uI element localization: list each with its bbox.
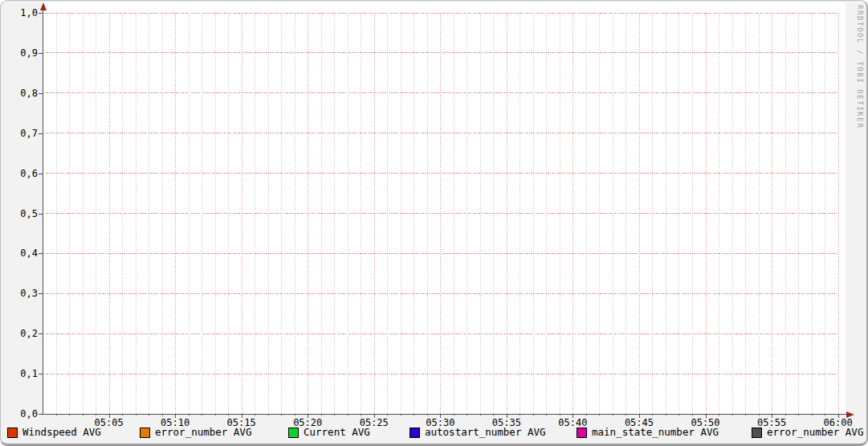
- x-axis-tick-minor: [546, 415, 547, 416]
- grid-line-vertical-minor: [759, 13, 760, 414]
- grid-line-vertical-minor: [679, 13, 679, 414]
- x-axis-tick-minor: [467, 415, 467, 416]
- y-axis-label: 0,2: [1, 328, 38, 339]
- x-axis-tick-minor: [122, 415, 123, 416]
- x-axis-tick-minor: [56, 415, 57, 416]
- grid-line-vertical-minor: [732, 13, 733, 414]
- grid-line-vertical-minor: [626, 13, 626, 414]
- grid-line-vertical-minor: [613, 13, 613, 414]
- grid-line-vertical-minor: [228, 13, 229, 414]
- x-axis-tick-minor: [334, 415, 335, 416]
- legend-swatch: [410, 428, 420, 438]
- grid-line-vertical-minor: [215, 13, 216, 414]
- grid-line-vertical-minor: [189, 13, 189, 414]
- legend-swatch: [140, 428, 150, 438]
- legend-label: autostart_number AVG: [425, 427, 546, 438]
- legend-item: error_number AVG: [140, 427, 251, 438]
- x-axis-tick-minor: [785, 415, 786, 416]
- grid-line-vertical-minor: [387, 13, 388, 414]
- grid-line-vertical-major: [109, 13, 110, 414]
- x-axis-tick-minor: [626, 415, 626, 416]
- grid-line-vertical-minor: [493, 13, 494, 414]
- legend-label: Current AVG: [304, 427, 370, 438]
- legend-label: error_number AVG: [767, 427, 863, 438]
- x-axis-tick-minor: [69, 415, 70, 416]
- grid-line-vertical-minor: [454, 13, 454, 414]
- grid-line-vertical-minor: [692, 13, 693, 414]
- x-axis-tick-minor: [812, 415, 813, 416]
- grid-line-vertical-minor: [745, 13, 746, 414]
- x-axis-tick-minor: [268, 415, 269, 416]
- x-axis-tick-minor: [745, 415, 746, 416]
- grid-line-vertical-major: [573, 13, 573, 414]
- x-axis-tick-minor: [228, 415, 229, 416]
- grid-line-vertical-minor: [149, 13, 149, 414]
- grid-line-vertical-minor: [533, 13, 534, 414]
- x-axis-tick-minor: [732, 415, 733, 416]
- grid-line-vertical-minor: [361, 13, 361, 414]
- grid-line-vertical-minor: [281, 13, 282, 414]
- grid-line-vertical-minor: [652, 13, 653, 414]
- x-axis-tick-minor: [414, 415, 414, 416]
- grid-line-vertical-minor: [96, 13, 96, 414]
- x-axis-tick-minor: [586, 415, 587, 416]
- grid-line-vertical-minor: [586, 13, 587, 414]
- grid-line-vertical-major: [706, 13, 707, 414]
- grid-line-vertical-minor: [825, 13, 825, 414]
- grid-line-vertical-major: [175, 13, 176, 414]
- x-axis-tick-minor: [719, 415, 719, 416]
- x-axis-tick-minor: [162, 415, 163, 416]
- grid-line-vertical-major: [308, 13, 308, 414]
- legend-label: main_state_number AVG: [592, 427, 719, 438]
- y-axis-label: 0,5: [1, 208, 38, 219]
- grid-line-vertical-minor: [122, 13, 123, 414]
- grid-line-vertical-major: [507, 13, 507, 414]
- legend-item: Current AVG: [288, 427, 370, 438]
- grid-line-vertical-minor: [295, 13, 295, 414]
- grid-line-vertical-major: [242, 13, 242, 414]
- y-axis-label: 0,7: [1, 128, 38, 139]
- grid-line-vertical-minor: [666, 13, 666, 414]
- grid-line-vertical-minor: [202, 13, 202, 414]
- x-axis-tick-minor: [96, 415, 96, 416]
- y-axis-label: 0,3: [1, 288, 38, 299]
- grid-line-vertical-minor: [348, 13, 348, 414]
- x-axis-tick-minor: [136, 415, 137, 416]
- x-axis-tick-minor: [692, 415, 693, 416]
- x-axis-tick-minor: [149, 415, 149, 416]
- grid-line-vertical-minor: [427, 13, 428, 414]
- x-axis-tick-minor: [202, 415, 202, 416]
- grid-line-vertical-major: [838, 13, 839, 414]
- x-axis-tick-minor: [480, 415, 481, 416]
- x-axis-tick-minor: [560, 415, 560, 416]
- x-axis-tick-minor: [83, 415, 84, 416]
- grid-line-vertical-minor: [56, 13, 57, 414]
- y-axis-label: 0,0: [1, 408, 38, 419]
- legend-swatch: [577, 428, 587, 438]
- x-axis-tick-minor: [613, 415, 613, 416]
- grid-line-vertical-minor: [136, 13, 137, 414]
- y-axis-arrow-icon: [40, 2, 47, 10]
- grid-line-vertical-minor: [83, 13, 84, 414]
- legend-swatch: [752, 428, 762, 438]
- x-axis-tick-minor: [759, 415, 760, 416]
- x-axis-tick-minor: [348, 415, 348, 416]
- grid-line-vertical-minor: [560, 13, 560, 414]
- y-axis-label: 0,1: [1, 368, 38, 379]
- grid-line-vertical-minor: [798, 13, 799, 414]
- x-axis-tick-minor: [427, 415, 428, 416]
- grid-line-vertical-minor: [546, 13, 547, 414]
- x-axis-tick-minor: [387, 415, 388, 416]
- grid-line-vertical-minor: [599, 13, 600, 414]
- x-axis-tick-minor: [215, 415, 216, 416]
- x-axis-tick-minor: [189, 415, 189, 416]
- grid-line-vertical-minor: [321, 13, 322, 414]
- legend-item: Windspeed AVG: [7, 427, 101, 438]
- legend-item: error_number AVG: [752, 427, 863, 438]
- grid-line-vertical-minor: [255, 13, 255, 414]
- grid-line-vertical-major: [639, 13, 640, 414]
- grid-line-vertical-major: [440, 13, 441, 414]
- grid-line-vertical-minor: [69, 13, 70, 414]
- x-axis-line: [39, 414, 846, 415]
- watermark-text: RRDTOOL / TOBI OETIKER: [856, 5, 864, 129]
